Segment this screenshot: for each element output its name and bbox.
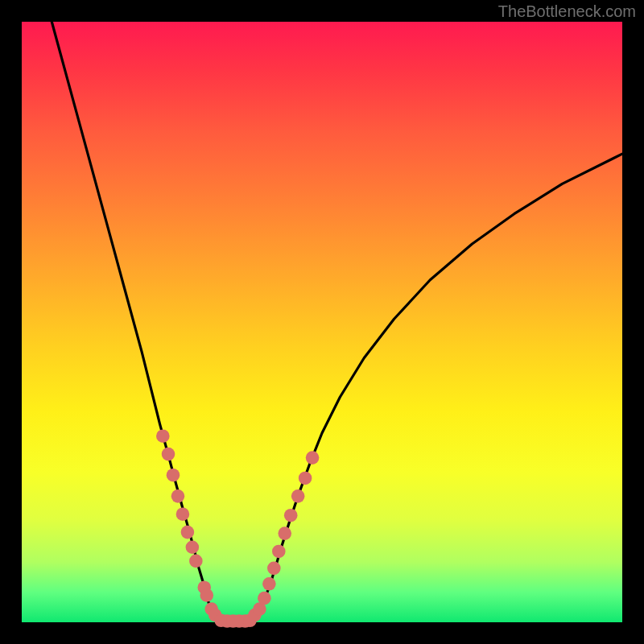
watermark-text: TheBottleneck.com [498, 2, 636, 21]
chart-container: TheBottleneck.com [0, 0, 644, 644]
gradient-plot-area [22, 22, 622, 622]
